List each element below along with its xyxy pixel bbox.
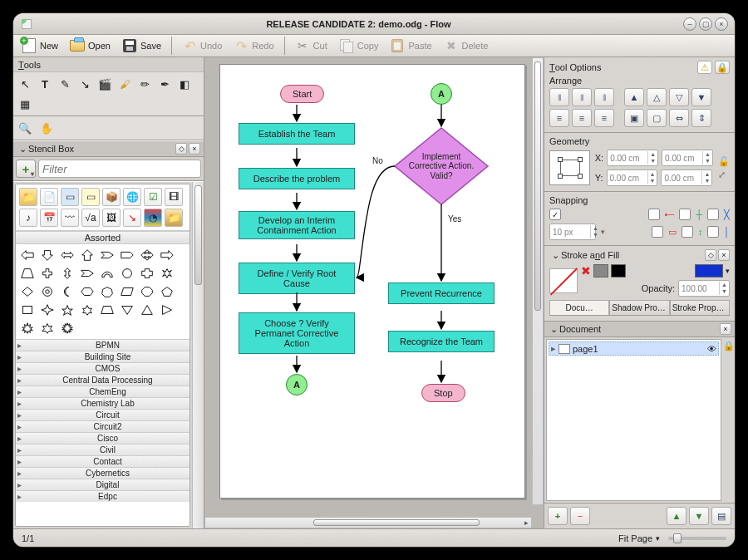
maximize-button[interactable]: ▢	[699, 17, 712, 31]
zoom-label[interactable]: Fit Page	[618, 533, 652, 543]
page[interactable]: Start Establish the Team Describe the pr…	[219, 64, 525, 499]
align-left-button[interactable]: ⦀	[549, 88, 569, 106]
delete-button[interactable]: Delete	[440, 37, 492, 55]
expand-icon[interactable]: ▸	[551, 343, 556, 354]
move-down-button[interactable]: ▼	[689, 507, 709, 525]
stencil-category[interactable]: ▸Civil	[16, 444, 189, 455]
align-top-button[interactable]: ≡	[549, 109, 569, 127]
bring-front-button[interactable]: ▲	[624, 88, 644, 106]
connector-tool[interactable]: ↘	[76, 76, 93, 92]
fav-folder-icon[interactable]: 📁	[19, 188, 37, 206]
shape-donut[interactable]	[39, 284, 56, 299]
fav-formula-icon[interactable]: √a	[81, 209, 100, 227]
text-tool[interactable]: T	[37, 76, 53, 92]
zoom-tool[interactable]: 🔍	[17, 120, 33, 136]
snap-node-checkbox[interactable]	[648, 209, 660, 220]
fav-chart-icon[interactable]: ◔	[144, 209, 162, 227]
lock-column-lock-icon[interactable]: 🔒	[723, 341, 735, 351]
shape-trapezoid[interactable]	[99, 302, 116, 317]
shape-parallelogram[interactable]	[119, 284, 135, 299]
shape-moon[interactable]	[59, 284, 76, 299]
canvas-viewport[interactable]: Start Establish the Team Describe the pr…	[204, 57, 544, 517]
zoom-dropdown-icon[interactable]: ▾	[656, 534, 660, 543]
node-establish-team[interactable]: Establish the Team	[239, 123, 355, 145]
stencil-filter-input[interactable]	[38, 160, 201, 178]
undo-button[interactable]: Undo	[179, 37, 225, 55]
shape-arrow-bi[interactable]	[59, 248, 76, 263]
tab-shadow-properties[interactable]: Shadow Proper…	[609, 300, 669, 315]
scroll-right-icon[interactable]: ▸	[520, 517, 532, 528]
shape-burst[interactable]	[59, 321, 76, 336]
shape-heptagon[interactable]	[99, 284, 116, 299]
x-input[interactable]: ▲▼	[607, 150, 658, 166]
copy-button[interactable]: Copy	[336, 37, 382, 55]
shape-arrow-down[interactable]	[39, 248, 56, 263]
stencil-category[interactable]: ▸Circuit	[16, 409, 189, 420]
send-back-button[interactable]: ▼	[691, 88, 711, 106]
shape-hexagon[interactable]	[79, 284, 96, 299]
warning-icon[interactable]: ⚠	[697, 61, 712, 74]
fav-checklist-icon[interactable]: ☑	[144, 188, 162, 206]
stencil-category[interactable]: ▸Chemistry Lab	[16, 397, 189, 409]
stencil-category[interactable]: ▸Circuit2	[16, 420, 189, 432]
close-panel-icon[interactable]: ×	[720, 323, 731, 335]
stencil-category[interactable]: ▸Edpc	[16, 490, 189, 502]
fill-color-swatch[interactable]	[695, 264, 723, 278]
stencil-list[interactable]: 📁 📄 ▭ ▭ 📦 🌐 ☑ 🎞 ♪ 📅 〰 √a 🖼 ↘	[15, 184, 190, 527]
save-button[interactable]: Save	[119, 37, 165, 55]
shape-star7[interactable]	[39, 321, 56, 336]
shape-pentagon-arrow[interactable]	[119, 248, 135, 263]
document-tree[interactable]: ▸ page1 👁	[546, 339, 721, 501]
minimize-button[interactable]: –	[683, 17, 696, 31]
cut-button[interactable]: Cut	[292, 37, 331, 55]
pattern-tool[interactable]: ▦	[17, 96, 33, 112]
fav-calendar-icon[interactable]: 📅	[40, 209, 58, 227]
node-start[interactable]: Start	[280, 85, 324, 103]
remove-page-button[interactable]: −	[570, 507, 590, 525]
lower-button[interactable]: ▽	[669, 88, 689, 106]
aspect-ratio-icon[interactable]: ⤢	[718, 169, 730, 180]
paint-tool[interactable]: 🖌	[116, 76, 133, 92]
pencil-tool[interactable]: ✏	[136, 76, 153, 92]
w-input[interactable]: ▲▼	[662, 150, 713, 166]
ungroup-button[interactable]: ▢	[647, 109, 667, 127]
paste-button[interactable]: Paste	[386, 37, 435, 55]
calligraphy-tool[interactable]: ✒	[156, 76, 173, 92]
new-button[interactable]: New	[18, 37, 62, 55]
shape-star4[interactable]	[39, 302, 56, 317]
fav-window-icon[interactable]: ▭	[61, 188, 79, 206]
stencil-category[interactable]: ▸Contact	[16, 455, 189, 467]
fav-note-icon[interactable]: ▭	[81, 188, 100, 206]
shape-star6[interactable]	[79, 302, 96, 317]
y-input[interactable]: ▲▼	[607, 169, 658, 186]
fav-image-icon[interactable]: 🖼	[102, 209, 121, 227]
close-panel-icon[interactable]: ×	[718, 249, 730, 261]
shape-trapezoid-up[interactable]	[19, 266, 36, 281]
float-panel-icon[interactable]: ◇	[175, 143, 187, 155]
node-prevent-recurrence[interactable]: Prevent Recurrence	[388, 282, 495, 304]
shape-block-arc[interactable]	[99, 266, 116, 281]
stencil-category[interactable]: ▸CMOS	[16, 362, 189, 374]
node-stop[interactable]: Stop	[421, 384, 465, 402]
assorted-header[interactable]: Assorted	[16, 231, 189, 244]
fav-box-icon[interactable]: 📦	[102, 188, 121, 206]
node-decision[interactable]: Implement Corrective Action. Valid?	[391, 125, 491, 208]
zoom-slider[interactable]	[668, 537, 726, 540]
shape-arrow-notch[interactable]	[99, 248, 116, 263]
snap-ortho-checkbox[interactable]	[682, 226, 693, 238]
shape-triangle-down[interactable]	[119, 302, 135, 317]
stencil-category[interactable]: ▸Digital	[16, 479, 189, 490]
stencil-scrollbar[interactable]	[192, 182, 204, 528]
shape-arrow-left[interactable]	[19, 248, 36, 263]
pointer-tool[interactable]: ↖	[17, 76, 33, 92]
no-fill-preview[interactable]	[549, 268, 578, 293]
scrollbar-thumb[interactable]	[534, 61, 541, 311]
shape-updown-arrow[interactable]	[59, 266, 76, 281]
shape-maltese-cross[interactable]	[159, 266, 175, 281]
fav-music-icon[interactable]: ♪	[19, 209, 37, 227]
stencil-category[interactable]: ▸BPMN	[16, 339, 189, 351]
collapse-icon[interactable]: ⌄	[548, 324, 559, 335]
fav-folder2-icon[interactable]: 📁	[165, 209, 183, 227]
open-button[interactable]: Open	[66, 37, 114, 55]
align-right-button[interactable]: ⦀	[594, 88, 614, 106]
